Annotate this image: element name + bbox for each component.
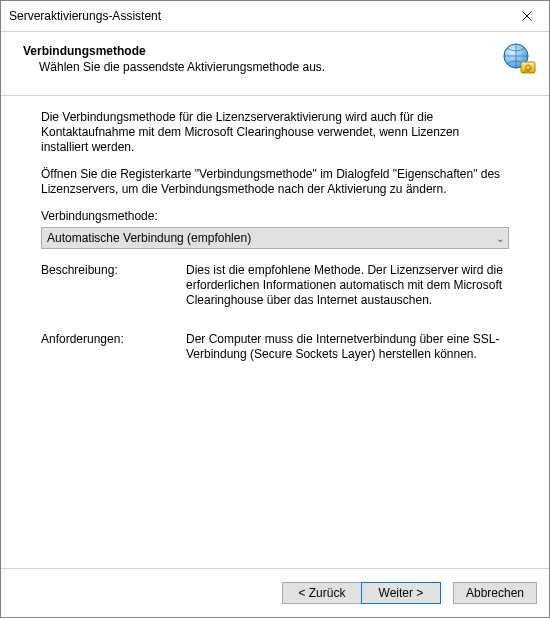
titlebar: Serveraktivierungs-Assistent — [1, 1, 549, 32]
wizard-body: Die Verbindungsmethode für die Lizenzser… — [1, 96, 549, 568]
requirements-value: Der Computer muss die Internetverbindung… — [186, 332, 509, 362]
close-button[interactable] — [504, 2, 549, 31]
cancel-button[interactable]: Abbrechen — [453, 582, 537, 604]
wizard-header-subtitle: Wählen Sie die passendste Aktivierungsme… — [39, 60, 325, 74]
close-icon — [522, 11, 532, 21]
connection-method-value: Automatische Verbindung (empfohlen) — [47, 231, 251, 245]
wizard-header-text: Verbindungsmethode Wählen Sie die passen… — [17, 42, 325, 74]
wizard-header-title: Verbindungsmethode — [23, 44, 325, 58]
connection-method-dropdown[interactable]: Automatische Verbindung (empfohlen) ⌄ — [41, 227, 509, 249]
next-button[interactable]: Weiter > — [361, 582, 441, 604]
chevron-down-icon: ⌄ — [496, 233, 504, 244]
info-paragraph-1: Die Verbindungsmethode für die Lizenzser… — [41, 110, 509, 155]
back-button[interactable]: < Zurück — [282, 582, 362, 604]
wizard-footer: < Zurück Weiter > Abbrechen — [1, 568, 549, 617]
description-value: Dies ist die empfohlene Methode. Der Liz… — [186, 263, 509, 308]
wizard-header: Verbindungsmethode Wählen Sie die passen… — [1, 32, 549, 96]
requirements-row: Anforderungen: Der Computer muss die Int… — [41, 332, 509, 362]
connection-method-label: Verbindungsmethode: — [41, 209, 509, 223]
license-server-icon — [501, 42, 537, 81]
requirements-label: Anforderungen: — [41, 332, 186, 362]
info-paragraph-2: Öffnen Sie die Registerkarte "Verbindung… — [41, 167, 509, 197]
wizard-window: Serveraktivierungs-Assistent Verbindungs… — [0, 0, 550, 618]
window-title: Serveraktivierungs-Assistent — [9, 9, 161, 23]
description-row: Beschreibung: Dies ist die empfohlene Me… — [41, 263, 509, 308]
nav-button-group: < Zurück Weiter > — [282, 582, 441, 604]
description-label: Beschreibung: — [41, 263, 186, 308]
